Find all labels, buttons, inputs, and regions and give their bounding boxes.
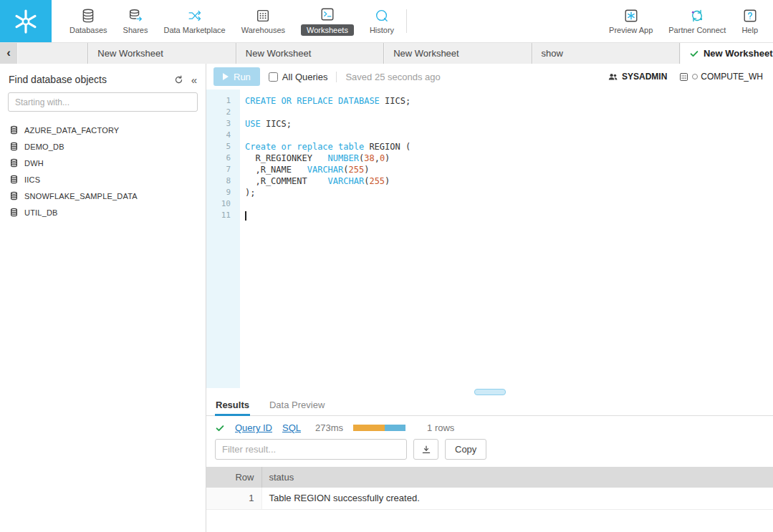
database-list: AZURE_DATA_FACTORYDEMO_DBDWHIICSSNOWFLAK… [0,122,206,221]
database-name: UTIL_DB [24,208,58,217]
code-line[interactable]: 7 ,R_NAME VARCHAR(255) [206,164,773,175]
line-number: 9 [206,187,240,198]
database-small-icon [9,125,19,135]
nav-item-worksheets[interactable]: Worksheets [293,0,362,42]
nav-item-history[interactable]: History [362,0,402,42]
warehouse-selector[interactable]: COMPUTE_WH [678,72,763,82]
database-small-icon [9,175,19,184]
toolbar-right: SYSADMIN COMPUTE_WH [608,72,766,82]
nav-item-label: Worksheets [301,24,354,36]
run-button[interactable]: Run [213,67,260,86]
table-row[interactable]: 1Table REGION successfully created. [206,488,773,509]
nav-item-warehouses[interactable]: Warehouses [234,0,293,42]
worksheet-tab-blank[interactable] [17,43,88,64]
nav-item-label: Help [741,26,758,34]
worksheet-tab-show[interactable]: show [532,43,680,64]
code-line[interactable]: 3USE IICS; [206,118,773,130]
code-line[interactable]: 6 R_REGIONKEY NUMBER(38,0) [206,153,773,164]
code-text [240,107,245,118]
refresh-icon[interactable] [173,74,184,85]
results-tab-results[interactable]: Results [215,400,250,416]
object-search-input[interactable] [8,92,198,112]
tab-scroll-left-icon[interactable]: ‹ [0,43,17,64]
line-number: 7 [206,164,240,175]
query-id-link[interactable]: Query ID [235,422,272,433]
database-item-snowflake-sample-data[interactable]: SNOWFLAKE_SAMPLE_DATA [0,188,206,204]
all-queries-toggle[interactable]: All Queries [269,72,328,82]
code-line[interactable]: 4 [206,130,773,141]
nav-items-right: Preview AppPartner ConnectHelp [601,0,773,42]
nav-item-shares[interactable]: Shares [115,0,156,42]
nav-item-preview-app[interactable]: Preview App [601,0,661,42]
duration-bar [353,425,405,431]
code-text [240,210,246,221]
column-header-status: status [261,467,773,488]
warehouse-status-dot [692,74,698,79]
results-tab-data-preview[interactable]: Data Preview [269,400,325,416]
code-line[interactable]: 8 ,R_COMMENT VARCHAR(255) [206,175,773,187]
database-item-demo-db[interactable]: DEMO_DB [0,138,206,155]
worksheet-tab-label: show [542,48,563,59]
worksheet-tab-new-worksheet[interactable]: New Worksheet [680,43,773,64]
column-header-row: Row [206,467,261,488]
snowflake-logo-glyph [12,8,39,35]
filter-result-input[interactable] [215,439,407,460]
history-icon [374,8,390,24]
code-line[interactable]: 10 [206,198,773,210]
role-selector[interactable]: SYSADMIN [608,72,667,82]
copy-button[interactable]: Copy [445,439,486,460]
line-number: 11 [206,210,240,221]
worksheet-tab-new-worksheet[interactable]: New Worksheet [88,43,236,64]
worksheet-tab-new-worksheet[interactable]: New Worksheet [236,43,384,64]
role-name: SYSADMIN [622,72,667,82]
snowflake-logo[interactable] [0,0,52,42]
sql-editor[interactable]: 1CREATE OR REPLACE DATABASE IICS;23USE I… [206,90,773,388]
code-line[interactable]: 1CREATE OR REPLACE DATABASE IICS; [206,95,773,107]
database-item-iics[interactable]: IICS [0,171,206,188]
code-line[interactable]: 9); [206,187,773,198]
line-number: 2 [206,107,240,118]
database-item-util-db[interactable]: UTIL_DB [0,204,206,221]
rows-count: 1 rows [427,422,454,433]
line-number: 10 [206,198,240,210]
nav-item-label: History [370,26,394,34]
nav-item-label: Data Marketplace [163,26,225,34]
code-text: ,R_NAME VARCHAR(255) [240,164,369,175]
worksheet-tab-new-worksheet[interactable]: New Worksheet [384,43,532,64]
code-line[interactable]: 2 [206,107,773,118]
code-text: USE IICS; [240,118,292,130]
database-item-dwh[interactable]: DWH [0,155,206,171]
nav-item-partner-connect[interactable]: Partner Connect [661,0,734,42]
warehouse-name: COMPUTE_WH [701,72,763,82]
code-text: ,R_COMMENT VARCHAR(255) [240,175,390,187]
nav-items-left: DatabasesSharesData MarketplaceWarehouse… [52,0,402,42]
worksheet-tab-label: New Worksheet [246,48,312,59]
nav-item-data-marketplace[interactable]: Data Marketplace [155,0,233,42]
editor-toolbar: Run All Queries Saved 25 seconds ago SYS… [206,64,773,90]
results-table: Rowstatus 1Table REGION successfully cre… [206,467,773,510]
panel-resize-handle[interactable] [474,389,506,395]
results-table-head: Rowstatus [206,467,773,488]
code-line[interactable]: 5Create or replace table REGION ( [206,141,773,153]
shares-icon [128,8,143,24]
worksheet-main: Run All Queries Saved 25 seconds ago SYS… [206,64,773,532]
nav-item-databases[interactable]: Databases [62,0,115,42]
query-duration: 273ms [315,422,343,433]
marketplace-icon [187,8,203,24]
worksheet-tab-label: New Worksheet [97,48,163,59]
database-item-azure-data-factory[interactable]: AZURE_DATA_FACTORY [0,122,206,138]
all-queries-checkbox[interactable] [269,72,278,82]
worksheet-tabs: New WorksheetNew WorksheetNew Worksheets… [17,43,773,64]
all-queries-label: All Queries [282,72,328,82]
nav-item-label: Preview App [609,26,653,34]
sidebar-title: Find database objects [9,74,166,85]
collapse-sidebar-icon[interactable]: « [191,74,197,85]
nav-item-label: Partner Connect [668,26,726,34]
nav-item-help[interactable]: Help [734,0,766,42]
code-text: Create or replace table REGION ( [240,141,410,153]
sidebar-header: Find database objects « [0,72,206,92]
database-small-icon [9,158,19,168]
code-line[interactable]: 11 [206,210,773,221]
sql-link[interactable]: SQL [282,422,301,433]
download-button[interactable] [413,439,438,460]
